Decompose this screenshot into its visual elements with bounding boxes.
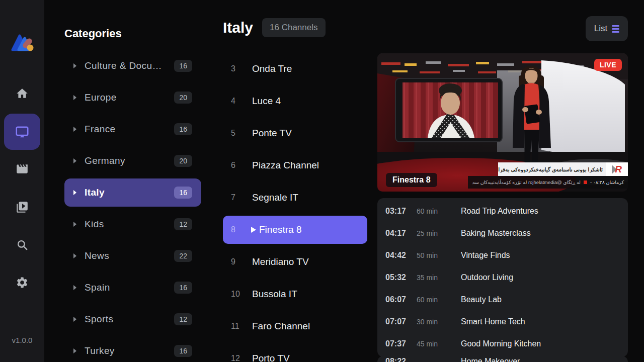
category-row-europe[interactable]: Europe 20 — [64, 83, 201, 112]
chevron-right-icon — [73, 158, 76, 163]
channel-row-12[interactable]: 12 Porto TV — [223, 344, 367, 362]
epg-time: 07:37 — [385, 339, 417, 348]
epg-time: 05:32 — [385, 273, 417, 282]
epg-row[interactable]: 06:07 60 min Beauty Lab — [377, 289, 628, 311]
channel-list: 3 Onda Tre 4 Luce 4 5 Ponte TV 6 Piazza … — [223, 55, 367, 362]
channel-name: Luce 4 — [252, 96, 281, 107]
channel-row-4[interactable]: 4 Luce 4 — [223, 87, 367, 115]
category-row-germany[interactable]: Germany 20 — [64, 147, 201, 175]
epg-time: 07:07 — [385, 317, 417, 326]
epg-time: 08:22 — [385, 357, 417, 362]
category-row-spain[interactable]: Spain 16 — [64, 274, 201, 302]
video-preview[interactable]: LIVE ئاشکرا بوونی ناسنامەی گیانبەخنکردوو… — [377, 53, 628, 192]
app-window: v1.0.0 Categories Culture & Docu… 16 Eur… — [0, 0, 644, 362]
channel-name: Meridiano TV — [252, 256, 309, 267]
channel-row-6[interactable]: 6 Piazza Channel — [223, 151, 367, 179]
ticker-headline: ئاشکرا بوونی ناسنامەی گیانبەخنکردووەکی ب… — [498, 166, 606, 172]
category-label: Turkey — [85, 345, 115, 356]
epg-time: 06:07 — [385, 295, 417, 304]
live-tv-icon[interactable] — [4, 114, 40, 150]
app-logo-icon[interactable] — [10, 29, 34, 53]
channel-row-8-selected[interactable]: 8 Finestra 8 — [223, 216, 367, 244]
channel-number: 5 — [231, 129, 244, 138]
nav-rail: v1.0.0 — [0, 0, 44, 362]
epg-duration: 30 min — [417, 318, 461, 326]
category-count-badge: 12 — [174, 218, 192, 230]
category-label: Spain — [85, 282, 110, 293]
category-row-kids[interactable]: Kids 12 — [64, 210, 201, 238]
category-count-badge: 20 — [174, 92, 192, 104]
category-label: Europe — [85, 92, 117, 103]
ticker-social-text: لە ڕێگای @rojhelatmedia لە تۆڕە کۆمەڵایە… — [472, 179, 581, 185]
channel-row-11[interactable]: 11 Faro Channel — [223, 312, 367, 340]
chevron-right-icon — [73, 190, 76, 195]
category-row-news[interactable]: News 22 — [64, 242, 201, 270]
channel-row-9[interactable]: 9 Meridiano TV — [223, 248, 367, 276]
category-row-france[interactable]: France 16 — [64, 115, 201, 143]
list-view-label: List — [594, 24, 607, 34]
category-row-culture[interactable]: Culture & Docu… 16 — [64, 52, 201, 80]
settings-icon[interactable] — [16, 276, 29, 289]
channel-name: Faro Channel — [252, 321, 310, 332]
channel-row-7[interactable]: 7 Segnale IT — [223, 184, 367, 212]
epg-row[interactable]: 04:42 50 min Vintage Finds — [377, 244, 628, 266]
channel-number: 9 — [231, 257, 244, 266]
channel-count-badge: 16 Channels — [262, 18, 325, 37]
movies-icon[interactable] — [16, 162, 29, 175]
live-badge: LIVE — [594, 59, 622, 71]
epg-title: Road Trip Adventures — [461, 207, 538, 216]
epg-title: Home Makeover — [461, 357, 520, 362]
category-count-badge: 12 — [174, 313, 192, 325]
category-count-badge: 20 — [174, 155, 192, 167]
epg-title: Baking Masterclass — [461, 229, 531, 238]
category-count-badge: 16 — [174, 282, 192, 294]
search-icon[interactable] — [16, 238, 29, 251]
epg-row[interactable]: 04:17 25 min Baking Masterclass — [377, 222, 628, 244]
channel-name: Ponte TV — [252, 128, 292, 139]
epg-time: 04:17 — [385, 229, 417, 238]
channel-row-5[interactable]: 5 Ponte TV — [223, 119, 367, 147]
category-count-badge: 16 — [174, 60, 192, 72]
epg-duration: 60 min — [417, 296, 461, 304]
category-label: News — [85, 250, 109, 261]
channel-number: 12 — [231, 354, 244, 362]
category-label: France — [85, 124, 116, 135]
epg-duration: 50 min — [417, 251, 461, 259]
page-title: Italy — [223, 19, 253, 36]
channel-number: 6 — [231, 161, 244, 170]
studio-screen — [395, 78, 502, 142]
channel-number: 4 — [231, 97, 244, 106]
category-row-sports[interactable]: Sports 12 — [64, 305, 201, 333]
epg-row[interactable]: 05:32 35 min Outdoor Living — [377, 266, 628, 289]
epg-time: 04:42 — [385, 251, 417, 260]
channel-name: Bussola IT — [252, 289, 297, 300]
epg-row-partial[interactable]: 08:22 Home Makeover — [377, 357, 628, 362]
epg-duration: 25 min — [417, 229, 461, 237]
epg-row[interactable]: 07:07 30 min Smart Home Tech — [377, 311, 628, 333]
epg-time: 03:17 — [385, 207, 417, 216]
chevron-right-icon — [73, 285, 76, 290]
ticker-location-time: کرماشان ٠٨:٣٨ - — [590, 179, 624, 185]
channel-name: Onda Tre — [252, 63, 292, 74]
category-label: Culture & Docu… — [85, 60, 162, 71]
category-row-turkey[interactable]: Turkey 16 — [64, 337, 201, 362]
category-row-italy[interactable]: Italy 16 — [64, 178, 201, 207]
channel-row-10[interactable]: 10 Bussola IT — [223, 280, 367, 308]
epg-row[interactable]: 03:17 60 min Road Trip Adventures — [377, 200, 628, 222]
page-header: Italy 16 Channels — [223, 18, 326, 37]
channel-row-3[interactable]: 3 Onda Tre — [223, 55, 367, 83]
ticker-bullet-icon — [584, 180, 587, 184]
epg-duration: 45 min — [417, 340, 461, 348]
channel-number: 10 — [231, 290, 244, 299]
chevron-right-icon — [73, 317, 76, 322]
library-icon[interactable] — [16, 201, 29, 214]
chevron-right-icon — [73, 222, 76, 227]
epg-row[interactable]: 07:37 45 min Good Morning Kitchen — [377, 333, 628, 355]
broadcaster-logo-icon: R — [606, 162, 628, 176]
list-view-button[interactable]: List — [586, 16, 628, 41]
epg-card-next: 08:22 Home Makeover — [377, 356, 628, 362]
app-version: v1.0.0 — [0, 336, 44, 344]
chevron-right-icon — [73, 95, 76, 100]
news-ticker: ئاشکرا بوونی ناسنامەی گیانبەخنکردووەکی ب… — [498, 162, 628, 176]
home-icon[interactable] — [16, 87, 29, 100]
